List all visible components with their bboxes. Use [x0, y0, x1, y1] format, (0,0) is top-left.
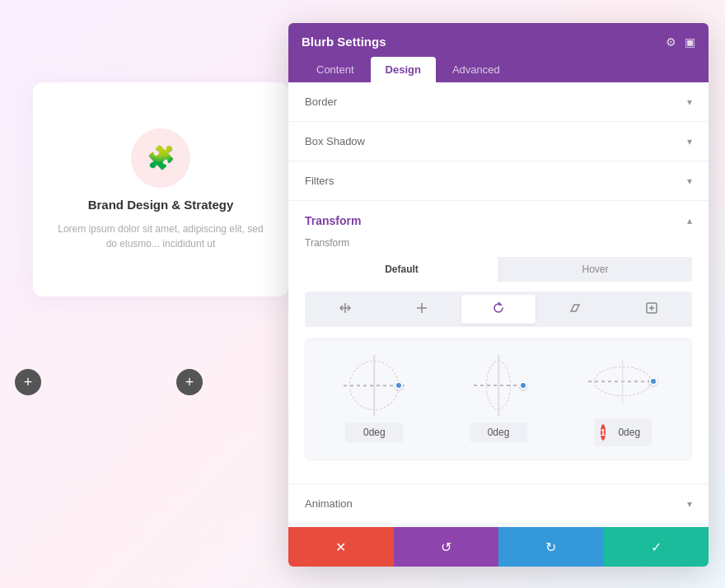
- bottom-bar: ✕ ↺ ↻ ✓: [288, 527, 709, 567]
- card-text: Lorem ipsum dolor sit amet, adipiscing e…: [33, 222, 288, 251]
- redo-button[interactable]: ↻: [498, 527, 604, 567]
- add-button-left[interactable]: +: [15, 369, 41, 395]
- card-icon-wrap: 🧩: [131, 128, 190, 188]
- transform-header[interactable]: Transform ▴: [305, 201, 692, 237]
- transform-icon-scale[interactable]: [385, 295, 460, 324]
- transform-icon-skew[interactable]: [537, 295, 612, 324]
- ellipse-z: [594, 366, 652, 396]
- dot-z: [649, 377, 657, 385]
- cancel-button[interactable]: ✕: [288, 527, 394, 567]
- border-chevron: ▾: [687, 96, 692, 108]
- toggle-bar: Default Hover: [305, 257, 692, 282]
- transform-icon-origin[interactable]: [614, 295, 689, 324]
- reset-button[interactable]: ↺: [394, 527, 499, 567]
- panel-title: Blurb Settings: [302, 35, 386, 49]
- plus-icon-right: +: [185, 375, 194, 390]
- border-section[interactable]: Border ▾: [288, 82, 709, 122]
- box-shadow-chevron: ▾: [687, 136, 692, 147]
- deg-y-input[interactable]: [470, 422, 527, 442]
- transform-sub-label: Transform: [305, 237, 692, 249]
- panel-tabs: Content Design Advanced: [302, 57, 695, 82]
- axis-v-x: [374, 355, 376, 416]
- deg-y-wrap: [470, 422, 527, 442]
- card-title: Brand Design & Strategy: [88, 198, 234, 212]
- deg-x-input[interactable]: [345, 422, 403, 442]
- animation-chevron: ▾: [687, 498, 692, 510]
- axis-v-z: [622, 359, 624, 404]
- ellipse-y: [486, 361, 511, 410]
- deg-z-wrap: 1: [594, 418, 652, 446]
- transform-icons-row: [305, 292, 692, 327]
- deg-z-input-wrap[interactable]: 1: [594, 418, 652, 446]
- ellipse-x: [349, 361, 399, 410]
- transform-title: Transform: [305, 214, 361, 227]
- rotation-y-item: [440, 357, 558, 442]
- deg-z-input[interactable]: [609, 422, 650, 442]
- redo-icon: ↻: [545, 539, 556, 555]
- filters-section[interactable]: Filters ▾: [288, 161, 709, 201]
- tab-advanced[interactable]: Advanced: [437, 57, 515, 82]
- deg-x-wrap: [345, 422, 403, 442]
- expand-icon[interactable]: ▣: [685, 35, 695, 49]
- save-icon: ✓: [651, 539, 662, 555]
- background-card: 🧩 Brand Design & Strategy Lorem ipsum do…: [33, 82, 288, 296]
- add-button-right[interactable]: +: [176, 369, 203, 395]
- tab-design[interactable]: Design: [371, 57, 436, 82]
- transform-icon-move[interactable]: [308, 295, 383, 324]
- panel-header-icons: ⚙ ▣: [666, 35, 695, 49]
- border-label: Border: [305, 96, 337, 108]
- panel-body: Border ▾ Box Shadow ▾ Filters ▾ Transfor…: [288, 82, 709, 527]
- settings-icon[interactable]: ⚙: [666, 35, 676, 49]
- panel-header: Blurb Settings ⚙ ▣ Content Design Advanc…: [288, 23, 709, 82]
- toggle-default[interactable]: Default: [305, 257, 498, 282]
- rotation-y-canvas: [461, 357, 536, 414]
- panel-header-top: Blurb Settings ⚙ ▣: [302, 35, 695, 49]
- box-shadow-label: Box Shadow: [305, 135, 365, 147]
- blurb-settings-panel: Blurb Settings ⚙ ▣ Content Design Advanc…: [288, 23, 709, 567]
- box-shadow-section[interactable]: Box Shadow ▾: [288, 122, 709, 161]
- reset-icon: ↺: [441, 539, 451, 555]
- rotation-visuals: 1: [305, 338, 692, 460]
- save-button[interactable]: ✓: [604, 527, 709, 567]
- puzzle-icon: 🧩: [147, 144, 175, 171]
- animation-section[interactable]: Animation ▾: [288, 484, 709, 523]
- rotation-z-item: 1: [564, 352, 681, 446]
- rotation-x-canvas: [337, 357, 411, 414]
- tab-content[interactable]: Content: [302, 57, 369, 82]
- filters-label: Filters: [305, 175, 334, 187]
- cancel-icon: ✕: [335, 539, 346, 555]
- svg-marker-4: [571, 305, 579, 311]
- filters-chevron: ▾: [687, 175, 692, 187]
- rotation-z-canvas: [586, 352, 660, 410]
- badge-z: 1: [601, 424, 606, 441]
- plus-icon-left: +: [24, 375, 33, 390]
- animation-label: Animation: [305, 497, 353, 510]
- axis-v-y: [498, 355, 499, 416]
- transform-chevron: ▴: [687, 215, 692, 226]
- transform-section: Transform ▴ Transform Default Hover: [288, 201, 709, 484]
- dot-x: [395, 381, 403, 390]
- transform-icon-rotate[interactable]: [461, 295, 536, 324]
- dot-y: [519, 381, 527, 390]
- toggle-hover[interactable]: Hover: [498, 257, 692, 282]
- rotation-x-item: [316, 357, 433, 442]
